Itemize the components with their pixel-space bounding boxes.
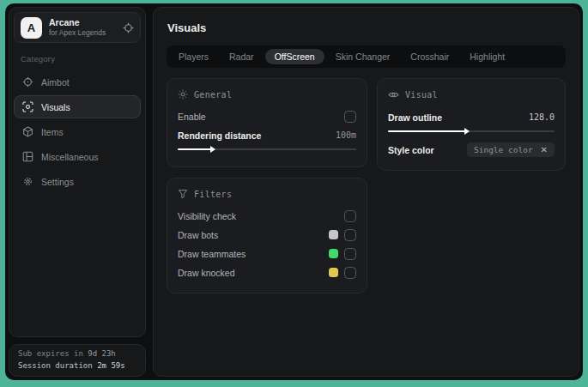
main-panel: Visuals Players Radar OffScreen Skin Cha… xyxy=(153,7,579,377)
draw-outline-row: Draw outline 128.0 xyxy=(388,108,555,126)
crosshair-icon xyxy=(22,76,33,88)
draw-bots-color-swatch[interactable] xyxy=(329,230,338,239)
filters-card-title: Filters xyxy=(194,190,232,199)
filters-card-header: Filters xyxy=(178,189,356,199)
rendering-distance-row: Rendering distance 100m xyxy=(178,126,356,144)
style-color-value: Single color xyxy=(474,145,533,154)
eye-scan-icon xyxy=(22,101,33,112)
draw-bots-row: Draw bots xyxy=(178,226,356,244)
tab-skin-changer[interactable]: Skin Changer xyxy=(326,49,400,64)
draw-teammates-color-swatch[interactable] xyxy=(329,249,338,258)
sidebar-item-settings[interactable]: Settings xyxy=(14,170,141,193)
draw-knocked-checkbox[interactable] xyxy=(344,267,356,279)
sun-icon xyxy=(178,89,188,100)
draw-knocked-color-swatch[interactable] xyxy=(329,268,338,277)
sidebar-item-label: Settings xyxy=(41,177,74,187)
slider-fill xyxy=(178,148,214,150)
general-card-header: General xyxy=(178,89,356,100)
draw-outline-value: 128.0 xyxy=(529,112,555,122)
visual-card-header: Visual xyxy=(388,89,555,100)
draw-bots-label: Draw bots xyxy=(178,230,218,240)
brand-text: Arcane for Apex Legends xyxy=(49,17,106,38)
tab-players[interactable]: Players xyxy=(169,49,218,64)
rendering-distance-value: 100m xyxy=(336,130,356,140)
content-left-column: General Enable Rendering distance 100m xyxy=(167,78,367,293)
rendering-distance-label: Rendering distance xyxy=(178,130,261,141)
app-subtitle: for Apex Legends xyxy=(49,28,106,38)
visibility-check-checkbox[interactable] xyxy=(344,210,356,222)
page-title: Visuals xyxy=(167,21,565,34)
enable-row: Enable xyxy=(178,107,356,125)
sidebar-item-aimbot[interactable]: Aimbot xyxy=(14,70,141,94)
remove-style-color-icon[interactable]: ✕ xyxy=(541,146,548,154)
draw-teammates-label: Draw teammates xyxy=(178,249,246,259)
funnel-icon xyxy=(178,189,188,199)
sub-expires-value: 9d 23h xyxy=(88,349,116,358)
stream-settings-button[interactable] xyxy=(123,22,134,33)
content-right-column: Visual Draw outline 128.0 Style color xyxy=(377,78,566,171)
sidebar-panel: A Arcane for Apex Legends Category xyxy=(9,7,146,337)
sidebar-item-items[interactable]: Items xyxy=(14,120,141,143)
visual-card-title: Visual xyxy=(405,90,438,100)
session-duration-line: Session duration 2m 59s xyxy=(18,360,136,372)
box-icon xyxy=(22,126,33,137)
draw-teammates-checkbox[interactable] xyxy=(344,248,356,260)
sidebar-item-label: Visuals xyxy=(41,102,70,112)
style-color-select[interactable]: Single color ✕ xyxy=(467,142,555,157)
visibility-check-row: Visibility check xyxy=(178,207,356,225)
sidebar-item-label: Aimbot xyxy=(41,77,70,88)
tab-radar[interactable]: Radar xyxy=(220,49,264,64)
rendering-distance-slider[interactable] xyxy=(178,145,356,154)
sidebar-item-label: Items xyxy=(41,127,64,137)
session-duration-value: 2m 59s xyxy=(97,361,125,370)
visibility-check-label: Visibility check xyxy=(178,211,236,221)
slider-thumb[interactable] xyxy=(464,128,470,135)
draw-knocked-row: Draw knocked xyxy=(178,263,356,281)
slider-thumb[interactable] xyxy=(210,146,215,153)
gear-icon xyxy=(22,176,33,187)
session-info-card: Sub expires in 9d 23h Session duration 2… xyxy=(9,344,146,377)
slider-fill xyxy=(388,130,468,132)
eye-icon xyxy=(388,89,399,100)
app-window: A Arcane for Apex Legends Category xyxy=(5,3,583,380)
draw-outline-slider[interactable] xyxy=(388,127,555,136)
sub-expires-line: Sub expires in 9d 23h xyxy=(18,348,136,360)
style-color-label: Style color xyxy=(388,145,434,155)
tab-crosshair[interactable]: Crosshair xyxy=(401,49,458,64)
enable-label: Enable xyxy=(178,112,206,122)
category-label: Category xyxy=(21,54,134,63)
sidebar: A Arcane for Apex Legends Category xyxy=(9,7,146,377)
general-card-title: General xyxy=(194,90,232,100)
tab-highlight[interactable]: Highlight xyxy=(460,49,514,64)
general-card: General Enable Rendering distance 100m xyxy=(167,78,367,167)
sidebar-item-visuals[interactable]: Visuals xyxy=(14,95,141,118)
brand-card: A Arcane for Apex Legends xyxy=(14,12,141,43)
crosshair-target-icon xyxy=(123,22,134,33)
filters-card: Filters Visibility check Draw bots xyxy=(167,178,367,293)
draw-bots-checkbox[interactable] xyxy=(344,229,356,241)
style-color-row: Style color Single color ✕ xyxy=(388,141,555,159)
tab-offscreen[interactable]: OffScreen xyxy=(265,49,324,64)
app-name: Arcane xyxy=(49,17,106,28)
draw-outline-label: Draw outline xyxy=(388,112,442,123)
sidebar-item-miscellaneous[interactable]: Miscellaneous xyxy=(14,145,141,168)
sidebar-item-label: Miscellaneous xyxy=(41,152,99,162)
app-logo: A xyxy=(21,17,42,39)
draw-teammates-row: Draw teammates xyxy=(178,245,356,263)
draw-knocked-label: Draw knocked xyxy=(178,268,235,278)
tab-bar: Players Radar OffScreen Skin Changer Cro… xyxy=(167,45,566,68)
visual-card: Visual Draw outline 128.0 Style color xyxy=(377,78,566,171)
layout-grid-icon xyxy=(22,151,33,162)
enable-checkbox[interactable] xyxy=(344,111,356,123)
content-area: General Enable Rendering distance 100m xyxy=(167,78,566,293)
